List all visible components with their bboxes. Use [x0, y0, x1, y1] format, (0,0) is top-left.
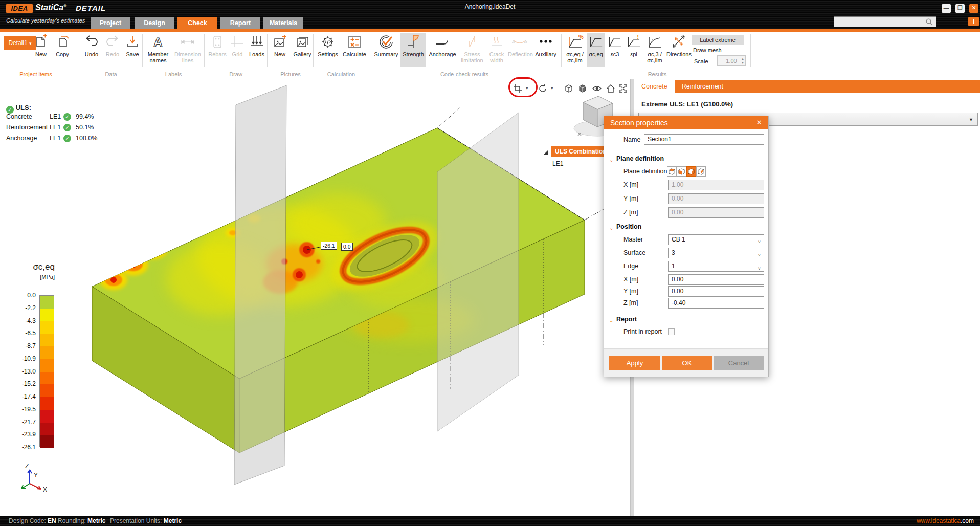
new-project-item-button[interactable]: New [31, 33, 51, 57]
axis-z-label: Z [25, 463, 29, 470]
settings-button[interactable]: Settings [316, 33, 340, 57]
uls-combination-label[interactable]: ULS Combination [551, 146, 611, 157]
toolbar-divider [560, 83, 560, 94]
new-document-icon [31, 33, 51, 51]
stress-limitation-button[interactable]: Stress limitation [459, 33, 485, 64]
tab-check[interactable]: Check [177, 17, 217, 29]
tab-concrete[interactable]: Concrete [634, 80, 675, 93]
deflection-button[interactable]: Deflection [508, 33, 531, 57]
pos-y-input[interactable]: 0.00 [668, 286, 764, 297]
crack-width-button[interactable]: Crack width [486, 33, 507, 64]
clip-rotate-dropdown[interactable]: ▾ [551, 85, 553, 91]
summary-check-button[interactable]: Summary [373, 33, 399, 57]
website-link[interactable]: www.ideastatica.com [917, 516, 974, 526]
edge-select[interactable]: 1˅ [668, 261, 764, 272]
legend-tick-label: 0.0 [3, 292, 36, 299]
solid-cube-icon [577, 83, 588, 94]
draw-mesh-toggle[interactable]: Draw mesh [693, 47, 722, 53]
plane-mode-custom-button[interactable] [696, 166, 706, 177]
new-picture-button[interactable]: New [270, 33, 290, 57]
copy-button[interactable]: Copy [52, 33, 73, 57]
probe-min-label: -26.1 [321, 242, 337, 250]
visibility-button[interactable] [591, 82, 603, 95]
zoom-fit-button[interactable] [617, 82, 629, 95]
tab-project[interactable]: Project [91, 17, 130, 29]
master-select[interactable]: CB 1˅ [668, 234, 764, 245]
plane-mode-y-button[interactable] [677, 166, 686, 177]
pos-z-input[interactable]: -0.40 [668, 298, 764, 309]
solid-view-button[interactable] [576, 82, 589, 95]
plane-z-input[interactable]: 0.00 [668, 207, 764, 218]
legend-tick-label: -15.2 [3, 380, 36, 387]
chevron-down-icon[interactable]: ⌄ [609, 157, 613, 163]
tab-report[interactable]: Report [220, 17, 260, 29]
dimension-lines-button[interactable]: Dimension lines [173, 33, 203, 64]
result-sc3-sclim-button[interactable]: σc,3 / σc,lim [643, 33, 666, 64]
print-in-report-checkbox[interactable] [668, 328, 675, 335]
scene-3d[interactable]: Z Y X [0, 79, 630, 516]
name-input[interactable]: Section1 [644, 134, 764, 145]
chevron-down-icon[interactable]: ⌄ [609, 318, 613, 323]
info-button[interactable]: i [968, 17, 979, 26]
legend-tick-label: -10.9 [3, 355, 36, 362]
expander-triangle-icon[interactable] [544, 150, 548, 155]
scale-stepper[interactable]: 1.00▲▼ [717, 55, 746, 66]
redo-button[interactable]: Redo [102, 33, 123, 57]
stepper-up-icon[interactable]: ▲ [741, 57, 744, 60]
gear-icon [316, 33, 340, 51]
legend-tick-label: -13.0 [3, 368, 36, 375]
tab-materials[interactable]: Materials [263, 17, 303, 29]
close-button[interactable]: ✕ [969, 4, 978, 13]
strength-button[interactable]: Strength [400, 33, 426, 67]
gallery-button[interactable]: Gallery [291, 33, 314, 57]
tab-design[interactable]: Design [135, 17, 174, 29]
ok-button[interactable]: OK [662, 356, 712, 370]
legend-tick-label: -6.5 [3, 330, 36, 337]
result-sceq-button[interactable]: σc,eq [587, 33, 605, 67]
anchorage-button[interactable]: Anchorage [427, 33, 458, 57]
minimize-button[interactable]: — [942, 4, 951, 13]
loads-button[interactable]: Loads [247, 33, 266, 57]
plane-y-input[interactable]: 0.00 [668, 193, 764, 204]
chevron-down-icon[interactable]: ⌄ [609, 225, 613, 231]
undo-button[interactable]: Undo [81, 33, 102, 57]
section-crop-button[interactable] [511, 82, 524, 95]
surface-select[interactable]: 3˅ [668, 248, 764, 258]
result-ec3-button[interactable]: εc3 [606, 33, 624, 57]
home-view-button[interactable] [605, 82, 617, 95]
group-label-project-items: Project items [19, 71, 52, 77]
svg-text:A: A [153, 35, 162, 49]
cube-corner-icon [697, 168, 705, 176]
result-sceq-sclim-button[interactable]: % σc,eq / σc,lim [564, 33, 586, 64]
member-names-button[interactable]: A Member names [144, 33, 172, 64]
plane-mode-x-button[interactable] [667, 166, 677, 177]
stepper-down-icon[interactable]: ▼ [741, 61, 744, 64]
directions-button[interactable]: Directions [666, 33, 691, 57]
group-label-code-check-results: Code-check results [440, 71, 488, 77]
section-crop-dropdown[interactable]: ▾ [526, 85, 528, 91]
maximize-button[interactable]: ❒ [955, 4, 965, 13]
apply-button[interactable]: Apply [609, 356, 660, 370]
label-extreme-toggle[interactable]: Label extreme [692, 35, 744, 45]
surface-label: Surface [623, 249, 645, 256]
section-plane-left[interactable] [234, 85, 286, 485]
calculate-button[interactable]: Calculate [341, 33, 368, 57]
tab-reinforcement[interactable]: Reinforcement [675, 80, 730, 93]
grid-button[interactable]: Grid [229, 33, 246, 57]
redo-icon [102, 33, 123, 51]
search-input[interactable] [834, 16, 936, 27]
design-code-status: Design Code: EN [9, 516, 56, 526]
auxiliary-button[interactable]: Auxiliary [532, 33, 560, 57]
plane-mode-z-button[interactable] [686, 166, 696, 177]
grid-icon [229, 33, 246, 51]
plane-x-input[interactable]: 1.00 [668, 180, 764, 190]
pos-x-input[interactable]: 0.00 [668, 274, 764, 285]
rebars-button[interactable]: Rebars [207, 33, 228, 57]
wireframe-view-button[interactable] [563, 82, 575, 95]
crop-icon [513, 83, 523, 94]
save-button[interactable]: Save [123, 33, 142, 57]
cancel-button[interactable]: Cancel [714, 356, 764, 370]
dialog-close-icon[interactable]: ✕ [754, 116, 764, 129]
clip-rotate-button[interactable] [537, 82, 549, 95]
result-epl-button[interactable]: ! εpl [625, 33, 643, 57]
